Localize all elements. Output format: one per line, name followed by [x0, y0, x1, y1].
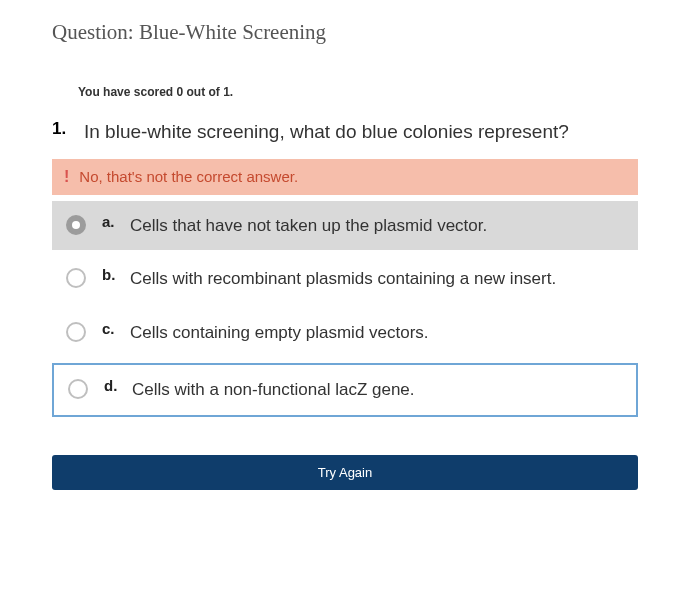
- try-again-button[interactable]: Try Again: [52, 455, 638, 490]
- radio-b[interactable]: [66, 268, 86, 288]
- page-title: Question: Blue-White Screening: [52, 20, 688, 45]
- option-label: d.: [104, 377, 122, 394]
- content-scroll[interactable]: Question: Blue-White Screening You have …: [0, 0, 688, 607]
- option-text: Cells that have not taken up the plasmid…: [130, 213, 487, 239]
- score-text: You have scored 0 out of 1.: [78, 85, 688, 99]
- exclamation-icon: !: [64, 168, 69, 186]
- spacer: [0, 530, 688, 538]
- option-d[interactable]: d. Cells with a non-functional lacZ gene…: [52, 363, 638, 417]
- question-text: In blue-white screening, what do blue co…: [84, 119, 569, 145]
- radio-a[interactable]: [66, 215, 86, 235]
- feedback-bar: ! No, that's not the correct answer.: [52, 159, 638, 195]
- option-c[interactable]: c. Cells containing empty plasmid vector…: [52, 308, 638, 358]
- option-text: Cells with a non-functional lacZ gene.: [132, 377, 415, 403]
- option-label: b.: [102, 266, 120, 283]
- option-b[interactable]: b. Cells with recombinant plasmids conta…: [52, 254, 638, 304]
- option-text: Cells with recombinant plasmids containi…: [130, 266, 556, 292]
- question-row: 1. In blue-white screening, what do blue…: [52, 119, 688, 145]
- option-label: c.: [102, 320, 120, 337]
- option-label: a.: [102, 213, 120, 230]
- feedback-text: No, that's not the correct answer.: [79, 168, 298, 185]
- option-text: Cells containing empty plasmid vectors.: [130, 320, 429, 346]
- radio-c[interactable]: [66, 322, 86, 342]
- question-number: 1.: [52, 119, 74, 139]
- option-a[interactable]: a. Cells that have not taken up the plas…: [52, 201, 638, 251]
- radio-d[interactable]: [68, 379, 88, 399]
